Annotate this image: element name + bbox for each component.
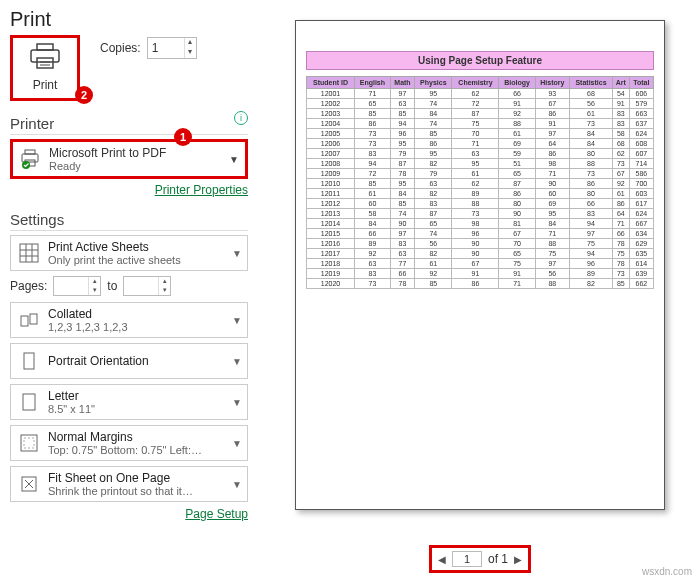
col-header: Student ID	[307, 77, 355, 89]
page-setup-link[interactable]: Page Setup	[10, 507, 248, 521]
table-row: 120038585848792866183663	[307, 109, 654, 119]
print-preview: Using Page Setup Feature Student IDEngli…	[260, 0, 700, 581]
preview-table: Student IDEnglishMathPhysicsChemistryBio…	[306, 76, 654, 289]
col-header: Statistics	[569, 77, 612, 89]
table-row: 120186377616775979678614	[307, 259, 654, 269]
table-row: 120207378858671888285662	[307, 279, 654, 289]
pages-to-label: to	[107, 279, 117, 293]
portrait-icon	[16, 348, 42, 374]
table-row: 120078379956359868062607	[307, 149, 654, 159]
printer-icon	[27, 42, 63, 72]
setting-orientation[interactable]: Portrait Orientation ▼	[10, 343, 248, 379]
page-navigator[interactable]: ◀ 1 of 1 ▶	[429, 545, 531, 573]
setting-collated[interactable]: Collated1,2,3 1,2,3 1,2,3 ▼	[10, 302, 248, 338]
printer-select[interactable]: Microsoft Print to PDF Ready ▼	[10, 139, 248, 179]
table-row: 120108595636287908692700	[307, 179, 654, 189]
chevron-down-icon: ▼	[232, 315, 242, 326]
page-of-label: of 1	[488, 552, 508, 566]
annotation-2: 2	[75, 86, 93, 104]
table-row: 120089487829551988873714	[307, 159, 654, 169]
chevron-down-icon: ▼	[232, 397, 242, 408]
table-row: 120179263829065759475635	[307, 249, 654, 259]
chevron-down-icon: ▼	[232, 356, 242, 367]
col-header: Total	[629, 77, 653, 89]
svg-rect-2	[37, 58, 53, 68]
svg-rect-19	[24, 438, 34, 448]
svg-point-8	[22, 161, 30, 169]
col-header: Physics	[415, 77, 452, 89]
chevron-down-icon: ▼	[232, 479, 242, 490]
setting-paper-size[interactable]: Letter8.5" x 11" ▼	[10, 384, 248, 420]
pages-from-input[interactable]: ▴▾	[53, 276, 101, 296]
pages-to-input[interactable]: ▴▾	[123, 276, 171, 296]
table-row: 120048694747588917383637	[307, 119, 654, 129]
settings-heading: Settings	[10, 211, 248, 231]
svg-rect-18	[21, 435, 37, 451]
info-icon[interactable]: i	[234, 111, 248, 125]
letter-icon	[16, 389, 42, 415]
setting-margins[interactable]: Normal MarginsTop: 0.75" Bottom: 0.75" L…	[10, 425, 248, 461]
page-input[interactable]: 1	[452, 551, 482, 567]
table-row: 120067395867169648468608	[307, 139, 654, 149]
page-title: Print	[10, 8, 248, 31]
svg-rect-15	[30, 314, 37, 324]
copies-spinner[interactable]: 1 ▴▾	[147, 37, 197, 59]
printer-properties-link[interactable]: Printer Properties	[10, 183, 248, 197]
svg-rect-1	[31, 50, 59, 62]
margins-icon	[16, 430, 42, 456]
table-row: 120148490659881849471667	[307, 219, 654, 229]
table-row: 120135874877390958364624	[307, 209, 654, 219]
table-row: 120168983569070887578629	[307, 239, 654, 249]
svg-rect-16	[24, 353, 34, 369]
copies-label: Copies:	[100, 41, 141, 55]
table-row: 120126085838880696686617	[307, 199, 654, 209]
table-row: 120097278796165717367586	[307, 169, 654, 179]
printer-heading: Printer i	[10, 115, 248, 135]
col-header: Math	[390, 77, 414, 89]
preview-table-title: Using Page Setup Feature	[306, 51, 654, 70]
setting-scaling[interactable]: Fit Sheet on One PageShrink the printout…	[10, 466, 248, 502]
printer-small-icon	[19, 148, 41, 170]
svg-rect-0	[37, 44, 53, 50]
svg-rect-6	[22, 154, 38, 162]
nav-next-icon[interactable]: ▶	[514, 554, 522, 565]
col-header: History	[535, 77, 569, 89]
spinner-arrows[interactable]: ▴▾	[184, 38, 196, 58]
col-header: Art	[613, 77, 630, 89]
chevron-down-icon: ▼	[232, 248, 242, 259]
copies-value: 1	[148, 41, 184, 55]
setting-print-active-sheets[interactable]: Print Active SheetsOnly print the active…	[10, 235, 248, 271]
table-row: 120116184828986608061603	[307, 189, 654, 199]
svg-rect-14	[21, 316, 28, 326]
svg-rect-5	[25, 150, 35, 154]
svg-rect-17	[23, 394, 35, 410]
print-button-label: Print	[27, 78, 63, 92]
table-row: 120026563747291675691579	[307, 99, 654, 109]
sheets-icon	[16, 240, 42, 266]
table-row: 120198366929191568973639	[307, 269, 654, 279]
printer-name: Microsoft Print to PDF	[49, 146, 221, 160]
col-header: Biology	[499, 77, 535, 89]
preview-page: Using Page Setup Feature Student IDEngli…	[295, 20, 665, 510]
chevron-down-icon: ▼	[232, 438, 242, 449]
pages-label: Pages:	[10, 279, 47, 293]
watermark: wsxdn.com	[642, 566, 692, 577]
collated-icon	[16, 307, 42, 333]
table-row: 120017197956266936854606	[307, 89, 654, 99]
fit-icon	[16, 471, 42, 497]
svg-rect-9	[20, 244, 38, 262]
printer-status: Ready	[49, 160, 221, 172]
annotation-1: 1	[174, 128, 192, 146]
print-button[interactable]: Print	[10, 35, 80, 101]
nav-prev-icon[interactable]: ◀	[438, 554, 446, 565]
chevron-down-icon: ▼	[229, 154, 239, 165]
col-header: Chemistry	[452, 77, 499, 89]
col-header: English	[355, 77, 391, 89]
table-row: 120057396857061978458624	[307, 129, 654, 139]
table-row: 120156697749667719766634	[307, 229, 654, 239]
